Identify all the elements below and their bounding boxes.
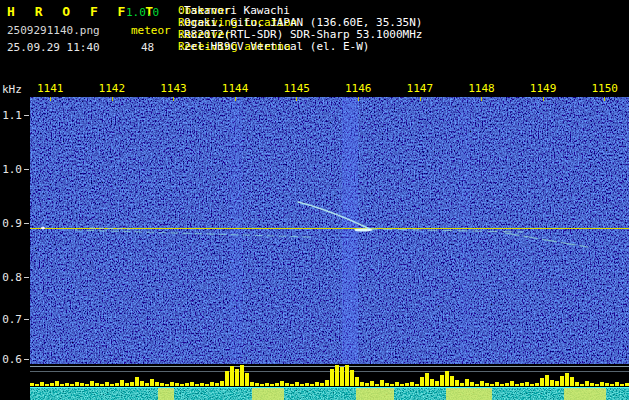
signal-strength-bar — [185, 383, 189, 386]
signal-strength-bar — [515, 384, 519, 386]
signal-strength-bar — [595, 384, 599, 386]
signal-strength-bar — [340, 367, 344, 386]
time-tick-mark — [481, 97, 482, 101]
echo-count: 48 — [141, 41, 154, 54]
signal-strength-bar — [95, 383, 99, 386]
signal-strength-bar — [430, 379, 434, 386]
signal-strength-bar — [245, 373, 249, 386]
signal-strength-bar — [160, 383, 164, 386]
signal-strength-bar — [325, 380, 329, 386]
spectrogram — [30, 97, 629, 364]
frequency-tick-label: 0.6 — [0, 353, 22, 366]
frequency-tick-label: 0.7 — [0, 313, 22, 326]
frequency-tick-mark — [24, 277, 29, 278]
signal-strength-bar — [420, 377, 424, 386]
meteor-echo-blob — [41, 227, 45, 229]
signal-strength-bar — [255, 383, 259, 386]
signal-strength-bar — [355, 377, 359, 386]
frequency-axis: kHz 1.11.00.90.80.70.6 — [0, 0, 30, 400]
signal-strength-bar — [585, 381, 589, 386]
signal-strength-bar — [480, 381, 484, 386]
info-value: 2el-HB9CV Vertical (el. E-W) — [184, 41, 369, 53]
meteor-echo-trail — [368, 229, 523, 232]
signal-strength-bar — [170, 382, 174, 386]
signal-strength-bar — [540, 378, 544, 386]
time-tick-mark — [112, 97, 113, 101]
signal-strength-bar — [55, 381, 59, 386]
hrofft-window: H R O F F T 1.0.0 2509291140.png meteor … — [0, 0, 629, 400]
signal-strength-bar — [615, 382, 619, 386]
frequency-tick-label: 0.8 — [0, 271, 22, 284]
signal-strength-bar — [380, 380, 384, 386]
signal-strength-bar — [60, 384, 64, 386]
signal-strength-bar — [620, 384, 624, 386]
meteor-echo-trail — [505, 233, 588, 247]
signal-strength-bar — [580, 384, 584, 386]
signal-strength-bar — [390, 384, 394, 386]
signal-strength-bar — [610, 384, 614, 386]
signal-strength-bar — [205, 384, 209, 386]
signal-strength-bar — [455, 380, 459, 386]
signal-strength-bar — [240, 365, 244, 386]
signal-strength-bar — [275, 383, 279, 386]
signal-strength-bar — [445, 371, 449, 386]
signal-strength-panel — [30, 364, 629, 387]
meteor-echo-overlay — [30, 97, 629, 364]
frequency-tick-mark — [24, 359, 29, 360]
signal-strength-bar — [180, 384, 184, 386]
signal-strength-bar — [360, 382, 364, 386]
signal-strength-bar — [110, 384, 114, 386]
signal-strength-bar — [320, 383, 324, 386]
time-tick-mark — [296, 97, 297, 101]
signal-strength-bar — [600, 382, 604, 386]
signal-strength-bar — [35, 384, 39, 386]
signal-strength-bar — [225, 371, 229, 386]
signal-strength-bar — [330, 369, 334, 386]
signal-strength-bar — [310, 384, 314, 386]
time-tick-mark — [604, 97, 605, 101]
activity-segment — [356, 388, 394, 400]
frequency-tick-mark — [24, 223, 29, 224]
signal-strength-bar — [490, 384, 494, 386]
signal-strength-bar — [435, 381, 439, 386]
time-tick-mark — [358, 97, 359, 101]
signal-strength-bar — [85, 384, 89, 386]
signal-strength-bar — [565, 373, 569, 386]
signal-strength-bar — [150, 379, 154, 386]
signal-strength-bar — [260, 384, 264, 386]
signal-strength-bar — [500, 384, 504, 386]
signal-strength-bar — [195, 384, 199, 386]
frequency-tick-label: 0.9 — [0, 217, 22, 230]
signal-strength-bar — [535, 383, 539, 386]
frequency-tick-mark — [24, 169, 29, 170]
signal-strength-bar — [375, 384, 379, 386]
signal-strength-bar — [575, 382, 579, 386]
time-tick-mark — [420, 97, 421, 101]
frequency-tick-mark — [24, 115, 29, 116]
time-tick-label: 1148 — [468, 82, 495, 95]
frequency-tick-mark — [24, 319, 29, 320]
signal-strength-bar — [605, 383, 609, 386]
signal-strength-bar — [335, 365, 339, 386]
signal-strength-bar — [485, 383, 489, 386]
time-tick-mark — [543, 97, 544, 101]
signal-strength-bar — [140, 381, 144, 386]
signal-strength-bar — [290, 384, 294, 386]
time-axis: 1141114211431144114511461147114811491150 — [0, 80, 629, 97]
signal-strength-bar — [135, 377, 139, 386]
signal-strength-bar — [395, 382, 399, 386]
signal-strength-bar — [440, 375, 444, 386]
signal-strength-bar — [530, 384, 534, 386]
signal-strength-bar — [265, 383, 269, 386]
time-tick-mark — [173, 97, 174, 101]
signal-strength-bar — [625, 383, 629, 386]
signal-strength-bar — [215, 383, 219, 386]
app-version: 1.0.0 — [126, 6, 159, 19]
signal-strength-bar — [385, 383, 389, 386]
signal-strength-bar — [280, 381, 284, 386]
signal-strength-bar — [125, 383, 129, 386]
signal-strength-bar — [560, 376, 564, 386]
signal-strength-bar — [415, 384, 419, 386]
meteor-echo-trail — [75, 230, 310, 237]
signal-strength-bar — [305, 383, 309, 386]
